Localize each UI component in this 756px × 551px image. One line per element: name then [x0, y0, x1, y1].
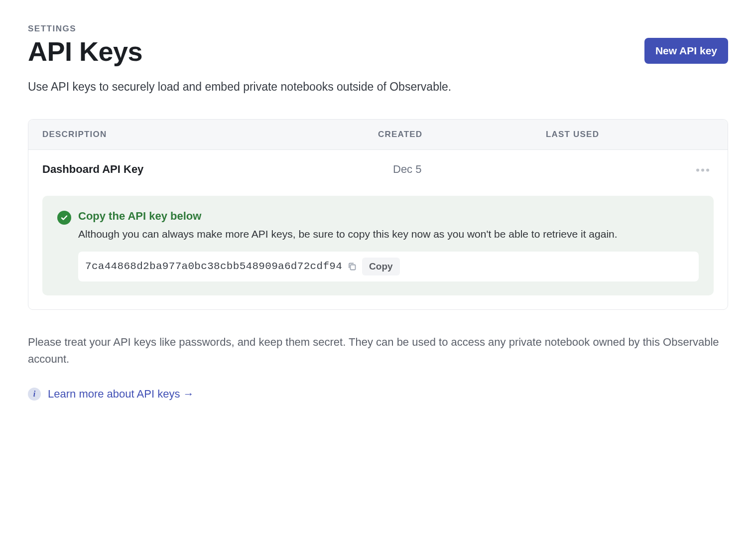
api-key-display: 7ca44868d2ba977a0bc38cbb548909a6d72cdf94…: [78, 252, 699, 281]
info-icon: i: [28, 388, 41, 401]
check-circle-icon: [57, 211, 71, 225]
more-horizontal-icon: [696, 164, 710, 174]
intro-text: Use API keys to securely load and embed …: [28, 79, 728, 95]
footer-warning-text: Please treat your API keys like password…: [28, 334, 728, 368]
row-actions-button[interactable]: [692, 162, 714, 177]
key-description: Dashboard API Key: [42, 163, 378, 176]
copy-button[interactable]: Copy: [362, 258, 400, 276]
table-row: Dashboard API Key Dec 5 Copy the API key…: [28, 150, 728, 295]
svg-point-2: [706, 169, 709, 172]
svg-point-0: [696, 169, 699, 172]
alert-body: Although you can always make more API ke…: [78, 227, 699, 241]
alert-title: Copy the API key below: [78, 210, 201, 223]
copy-key-alert: Copy the API key below Although you can …: [42, 196, 714, 295]
column-header-last-used: LAST USED: [546, 130, 714, 139]
key-created-date: Dec 5: [378, 163, 546, 176]
column-header-created: CREATED: [378, 130, 546, 139]
svg-rect-3: [351, 265, 356, 270]
breadcrumb: SETTINGS: [28, 24, 644, 34]
learn-more-link[interactable]: Learn more about API keys →: [48, 388, 194, 401]
copy-icon: [347, 262, 357, 272]
svg-point-1: [701, 169, 704, 172]
api-key-value: 7ca44868d2ba977a0bc38cbb548909a6d72cdf94: [85, 261, 342, 272]
page-title: API Keys: [28, 36, 644, 67]
new-api-key-button[interactable]: New API key: [644, 38, 728, 64]
column-header-description: DESCRIPTION: [42, 130, 378, 139]
table-header: DESCRIPTION CREATED LAST USED: [28, 120, 728, 150]
api-keys-table: DESCRIPTION CREATED LAST USED Dashboard …: [28, 119, 728, 309]
